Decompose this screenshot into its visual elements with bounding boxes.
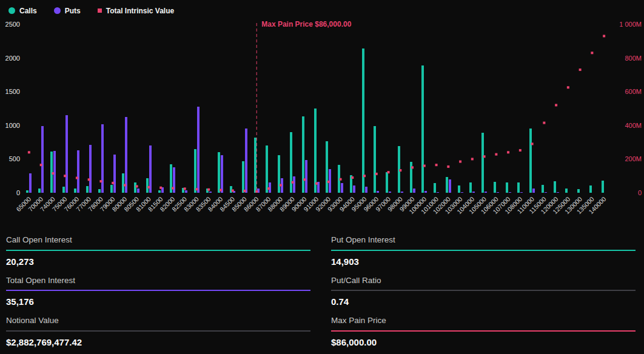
puts-bar[interactable] [77, 150, 79, 193]
intrinsic-value-point[interactable] [64, 175, 66, 177]
calls-bar[interactable] [158, 190, 161, 193]
calls-bar[interactable] [134, 182, 136, 193]
intrinsic-value-point[interactable] [375, 173, 378, 175]
intrinsic-value-point[interactable] [267, 187, 270, 190]
calls-bar[interactable] [494, 182, 496, 193]
calls-bar[interactable] [481, 133, 484, 193]
calls-bar[interactable] [326, 141, 328, 193]
calls-bar[interactable] [517, 182, 520, 193]
calls-bar[interactable] [506, 182, 508, 193]
puts-bar[interactable] [472, 192, 475, 193]
calls-bar[interactable] [26, 190, 29, 193]
intrinsic-value-point[interactable] [591, 52, 593, 54]
puts-bar[interactable] [65, 115, 68, 193]
calls-bar[interactable] [110, 185, 113, 193]
puts-bar[interactable] [137, 189, 139, 193]
puts-bar[interactable] [461, 192, 463, 193]
intrinsic-value-point[interactable] [159, 187, 162, 189]
intrinsic-value-point[interactable] [351, 176, 354, 179]
intrinsic-value-point[interactable] [519, 149, 522, 152]
puts-bar[interactable] [221, 155, 223, 193]
intrinsic-value-point[interactable] [471, 158, 474, 160]
calls-bar[interactable] [266, 145, 268, 193]
intrinsic-value-point[interactable] [507, 151, 509, 153]
puts-bar[interactable] [125, 117, 127, 193]
puts-bar[interactable] [557, 192, 559, 193]
intrinsic-value-point[interactable] [243, 190, 246, 192]
calls-bar[interactable] [458, 185, 460, 193]
puts-bar[interactable] [185, 190, 187, 193]
intrinsic-value-point[interactable] [147, 186, 150, 189]
intrinsic-value-point[interactable] [423, 165, 426, 167]
calls-bar[interactable] [577, 189, 580, 193]
calls-bar[interactable] [302, 116, 304, 193]
calls-bar[interactable] [542, 185, 544, 193]
puts-bar[interactable] [113, 155, 116, 193]
intrinsic-value-point[interactable] [303, 178, 306, 181]
intrinsic-value-point[interactable] [543, 122, 545, 124]
calls-bar[interactable] [469, 182, 472, 193]
calls-bar[interactable] [122, 173, 124, 193]
puts-bar[interactable] [353, 185, 355, 193]
calls-bar[interactable] [434, 183, 436, 193]
legend-item-puts[interactable]: Puts [54, 7, 81, 15]
puts-bar[interactable] [305, 160, 307, 193]
calls-bar[interactable] [62, 187, 65, 193]
puts-bar[interactable] [293, 176, 295, 193]
intrinsic-value-point[interactable] [207, 189, 210, 191]
calls-bar[interactable] [421, 65, 424, 193]
intrinsic-value-point[interactable] [495, 153, 497, 156]
calls-bar[interactable] [98, 189, 101, 193]
intrinsic-value-point[interactable] [340, 178, 342, 181]
intrinsic-value-point[interactable] [291, 181, 293, 184]
intrinsic-value-point[interactable] [280, 184, 282, 186]
puts-bar[interactable] [424, 191, 427, 193]
legend-item-intrinsic[interactable]: Total Intrinsic Value [98, 7, 174, 15]
calls-bar[interactable] [529, 129, 532, 193]
intrinsic-value-point[interactable] [232, 189, 234, 192]
puts-bar[interactable] [41, 126, 44, 193]
intrinsic-value-point[interactable] [136, 185, 138, 187]
intrinsic-value-point[interactable] [399, 169, 401, 172]
calls-bar[interactable] [38, 189, 41, 193]
puts-bar[interactable] [413, 189, 415, 193]
intrinsic-value-point[interactable] [88, 178, 90, 181]
puts-bar[interactable] [520, 192, 523, 193]
calls-bar[interactable] [194, 149, 196, 193]
puts-bar[interactable] [509, 192, 511, 193]
intrinsic-value-point[interactable] [327, 181, 330, 183]
intrinsic-value-point[interactable] [411, 166, 414, 169]
intrinsic-value-point[interactable] [40, 164, 42, 166]
calls-bar[interactable] [565, 189, 568, 193]
intrinsic-value-point[interactable] [172, 187, 174, 189]
calls-bar[interactable] [446, 177, 448, 193]
intrinsic-value-point[interactable] [435, 164, 438, 166]
puts-bar[interactable] [149, 145, 152, 193]
puts-bar[interactable] [449, 179, 451, 193]
intrinsic-value-point[interactable] [579, 68, 582, 71]
calls-bar[interactable] [602, 181, 604, 193]
calls-bar[interactable] [74, 189, 76, 193]
intrinsic-value-point[interactable] [483, 155, 486, 158]
puts-bar[interactable] [377, 191, 379, 193]
intrinsic-value-point[interactable] [99, 180, 102, 182]
intrinsic-value-point[interactable] [76, 177, 78, 179]
calls-bar[interactable] [314, 109, 317, 193]
intrinsic-value-point[interactable] [363, 175, 366, 177]
puts-bar[interactable] [197, 107, 200, 193]
calls-bar[interactable] [146, 178, 149, 193]
calls-bar[interactable] [218, 152, 220, 193]
intrinsic-value-point[interactable] [567, 86, 569, 88]
puts-bar[interactable] [209, 192, 212, 193]
puts-bar[interactable] [89, 145, 92, 193]
intrinsic-value-point[interactable] [52, 172, 54, 175]
intrinsic-value-point[interactable] [459, 161, 461, 163]
puts-bar[interactable] [437, 192, 439, 193]
intrinsic-value-point[interactable] [315, 182, 318, 185]
puts-bar[interactable] [245, 129, 247, 193]
intrinsic-value-point[interactable] [387, 171, 390, 173]
calls-bar[interactable] [374, 126, 376, 193]
puts-bar[interactable] [532, 189, 535, 193]
calls-bar[interactable] [589, 185, 592, 193]
calls-bar[interactable] [362, 48, 364, 193]
